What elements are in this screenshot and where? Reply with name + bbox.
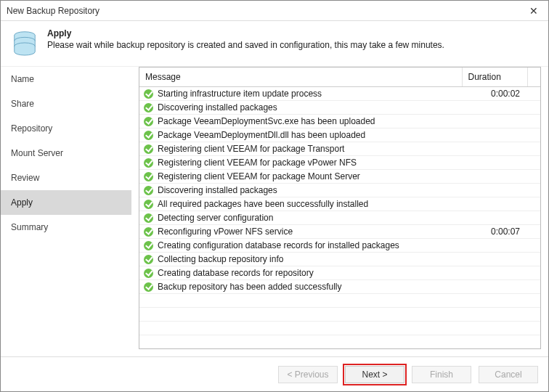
sidebar-item-name[interactable]: Name	[1, 67, 131, 91]
log-duration	[462, 253, 527, 266]
log-row[interactable]: Discovering installed packages	[139, 184, 540, 197]
log-row[interactable]: Package VeeamDeploymentSvc.exe has been …	[139, 115, 540, 128]
log-row[interactable]: Registering client VEEAM for package Mou…	[139, 170, 540, 184]
success-icon	[144, 117, 153, 126]
log-row-empty	[139, 308, 540, 322]
log-duration	[462, 266, 527, 280]
log-message: Discovering installed packages	[158, 185, 277, 195]
success-icon	[144, 213, 153, 223]
log-row[interactable]: Detecting server configuration	[139, 211, 540, 225]
success-icon	[144, 172, 153, 181]
log-message: Registering client VEEAM for package Mou…	[158, 171, 360, 181]
log-row[interactable]: Discovering installed packages	[139, 101, 540, 115]
log-message: Starting infrastructure item update proc…	[158, 89, 322, 99]
col-duration[interactable]: Duration	[462, 68, 527, 87]
log-table: Message Duration Starting infrastructure…	[139, 68, 540, 335]
log-row[interactable]: Registering client VEEAM for package Tra…	[139, 142, 540, 156]
close-button[interactable]: ✕	[519, 1, 548, 21]
success-icon	[144, 103, 153, 113]
log-message: Package VeeamDeploymentSvc.exe has been …	[158, 116, 375, 126]
log-duration	[462, 197, 527, 211]
log-row[interactable]: Backup repository has been added success…	[139, 280, 540, 294]
repository-icon	[11, 28, 38, 56]
log-row[interactable]: Reconfiguring vPower NFS service0:00:07	[139, 225, 540, 239]
log-row-empty	[139, 294, 540, 308]
log-message: Creating configuration database records …	[158, 240, 399, 250]
log-row[interactable]: Creating configuration database records …	[139, 239, 540, 253]
step-description: Please wait while backup repository is c…	[47, 40, 444, 50]
log-duration	[462, 170, 527, 184]
log-duration	[462, 184, 527, 197]
log-duration	[462, 142, 527, 156]
wizard-window: New Backup Repository ✕ Apply Please wai…	[0, 0, 549, 392]
wizard-footer: < Previous Next > Finish Cancel	[1, 356, 548, 391]
close-icon: ✕	[529, 5, 538, 17]
previous-button[interactable]: < Previous	[278, 366, 338, 383]
success-icon	[144, 186, 153, 195]
sidebar-item-repository[interactable]: Repository	[1, 116, 131, 141]
log-duration: 0:00:02	[462, 87, 527, 101]
log-row[interactable]: Registering client VEEAM for package vPo…	[139, 156, 540, 170]
log-message: Registering client VEEAM for package vPo…	[158, 158, 357, 168]
col-message[interactable]: Message	[139, 68, 462, 87]
log-message: All required packages have been successf…	[158, 199, 368, 209]
step-title: Apply	[47, 28, 444, 38]
log-message: Package VeeamDeploymentDll.dll has been …	[158, 130, 365, 140]
log-row[interactable]: Starting infrastructure item update proc…	[139, 87, 540, 101]
log-message: Collecting backup repository info	[158, 254, 283, 264]
log-duration	[462, 156, 527, 170]
log-row[interactable]: Package VeeamDeploymentDll.dll has been …	[139, 128, 540, 142]
success-icon	[144, 89, 153, 99]
header-text: Apply Please wait while backup repositor…	[47, 28, 444, 50]
wizard-body: NameShareRepositoryMount ServerReviewApp…	[1, 66, 548, 356]
log-row[interactable]: Creating database records for repository	[139, 266, 540, 280]
success-icon	[144, 158, 153, 168]
log-row[interactable]: Collecting backup repository info	[139, 253, 540, 266]
log-message: Detecting server configuration	[158, 213, 273, 223]
log-row-empty	[139, 322, 540, 335]
log-duration: 0:00:07	[462, 225, 527, 239]
window-title: New Backup Repository	[7, 6, 99, 16]
success-icon	[144, 144, 153, 154]
success-icon	[144, 241, 153, 250]
log-duration	[462, 128, 527, 142]
cancel-button[interactable]: Cancel	[479, 366, 538, 383]
log-duration	[462, 239, 527, 253]
success-icon	[144, 200, 153, 209]
success-icon	[144, 269, 153, 278]
col-spacer	[527, 68, 540, 87]
sidebar-item-share[interactable]: Share	[1, 91, 131, 116]
log-message: Creating database records for repository	[158, 268, 314, 278]
wizard-steps-sidebar: NameShareRepositoryMount ServerReviewApp…	[1, 67, 131, 356]
wizard-header: Apply Please wait while backup repositor…	[1, 21, 548, 66]
log-message: Registering client VEEAM for package Tra…	[158, 144, 344, 154]
success-icon	[144, 131, 153, 140]
success-icon	[144, 255, 153, 264]
next-button[interactable]: Next >	[345, 366, 404, 383]
wizard-main: Message Duration Starting infrastructure…	[131, 67, 548, 356]
log-message: Discovering installed packages	[158, 102, 277, 113]
log-grid[interactable]: Message Duration Starting infrastructure…	[139, 67, 541, 349]
finish-button[interactable]: Finish	[412, 366, 471, 383]
log-row[interactable]: All required packages have been successf…	[139, 197, 540, 211]
sidebar-item-summary[interactable]: Summary	[1, 215, 131, 240]
titlebar: New Backup Repository ✕	[1, 1, 548, 21]
success-icon	[144, 227, 153, 237]
log-message: Reconfiguring vPower NFS service	[158, 226, 293, 237]
sidebar-item-apply[interactable]: Apply	[1, 190, 131, 215]
sidebar-item-mount-server[interactable]: Mount Server	[1, 141, 131, 166]
success-icon	[144, 282, 153, 292]
sidebar-item-review[interactable]: Review	[1, 166, 131, 190]
log-duration	[462, 101, 527, 115]
log-duration	[462, 280, 527, 294]
log-message: Backup repository has been added success…	[158, 282, 341, 292]
log-duration	[462, 211, 527, 225]
log-duration	[462, 115, 527, 128]
